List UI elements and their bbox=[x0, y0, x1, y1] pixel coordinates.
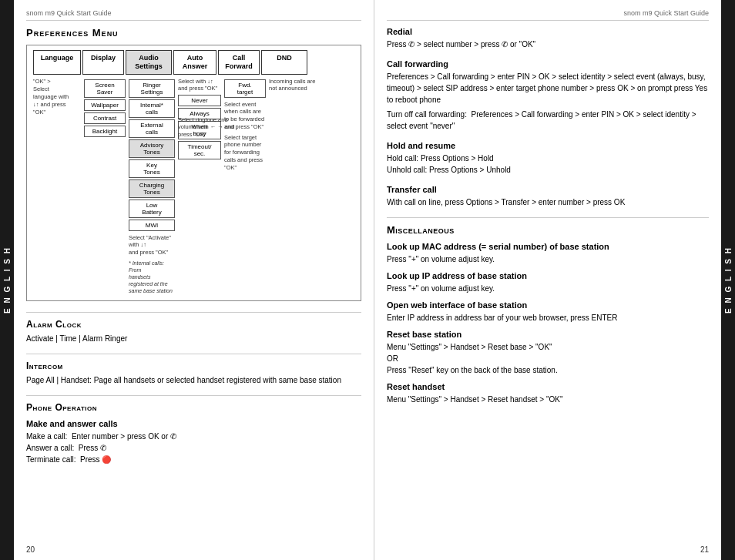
audio-charging: ChargingTones bbox=[129, 179, 175, 198]
divider-3 bbox=[26, 395, 361, 396]
activate-note: Select "Activate" with ↓↑and press "OK" bbox=[129, 234, 175, 257]
misc-web-text: Enter IP address in address bar of your … bbox=[387, 312, 709, 324]
hold-section: Hold and resume Hold call: Press Options… bbox=[387, 141, 709, 176]
alarm-section: Alarm Clock Activate | Time | Alarm Ring… bbox=[26, 319, 361, 344]
divider-1 bbox=[26, 312, 361, 313]
preferences-title: Preferences Menu bbox=[26, 27, 361, 39]
misc-reset-base-line1: Menu "Settings" > Handset > Reset base >… bbox=[387, 341, 709, 353]
misc-title: Miscellaneous bbox=[387, 224, 709, 236]
left-footer: 20 bbox=[26, 545, 35, 554]
phone-section: Phone Operation Make and answer calls Ma… bbox=[26, 402, 361, 465]
preferences-section: Preferences Menu Language Display AudioS… bbox=[26, 27, 361, 301]
call-items: Fwd.target bbox=[224, 79, 266, 98]
misc-reset-base-heading: Reset base station bbox=[387, 330, 709, 339]
call-fwd-target: Fwd.target bbox=[224, 79, 266, 98]
misc-reset-base-or: OR bbox=[387, 353, 709, 364]
alarm-title: Alarm Clock bbox=[26, 319, 361, 330]
right-side-tab-text: E N G L I S H bbox=[724, 246, 733, 314]
phone-answer-call: Answer a call: Press ✆ bbox=[26, 442, 361, 454]
display-backlight: Backlight bbox=[84, 126, 126, 137]
left-page-header: snom m9 Quick Start Guide bbox=[26, 9, 361, 21]
phone-terminate-call: Terminate call: Press 🔴 bbox=[26, 454, 361, 465]
left-page: snom m9 Quick Start Guide Preferences Me… bbox=[14, 0, 374, 560]
redial-heading: Redial bbox=[387, 27, 709, 36]
divider-2 bbox=[26, 354, 361, 354]
display-contrast: Contrast bbox=[84, 112, 126, 124]
misc-ip-text: Press "+" on volume adjust key. bbox=[387, 283, 709, 294]
audio-key: KeyTones bbox=[129, 159, 175, 178]
audio-column: RingerSettings Internal*calls Externalca… bbox=[129, 78, 175, 295]
dnd-note: Incoming calls are not announced bbox=[269, 78, 323, 93]
redial-text: Press ✆ > select number > press ✆ or "OK… bbox=[387, 39, 709, 50]
misc-web-heading: Open web interface of base station bbox=[387, 300, 709, 310]
right-side-tab: E N G L I S H bbox=[721, 0, 735, 560]
transfer-heading: Transfer call bbox=[387, 185, 709, 194]
right-page: snom m9 Quick Start Guide Redial Press ✆… bbox=[374, 0, 721, 560]
preferences-diagram: Language Display AudioSettings AutoAnswe… bbox=[26, 45, 361, 301]
menu-audio: AudioSettings bbox=[126, 50, 172, 75]
audio-items: RingerSettings Internal*calls Externalca… bbox=[129, 79, 175, 231]
misc-mac-text: Press "+" on volume adjust key. bbox=[387, 253, 709, 265]
right-footer: 21 bbox=[700, 545, 709, 554]
internal-note: * Internal calls: Fromhandsets registere… bbox=[129, 260, 175, 294]
auto-never: Never bbox=[178, 95, 221, 106]
audio-mwi: MWI bbox=[129, 220, 175, 231]
transfer-text: With call on line, press Options > Trans… bbox=[387, 196, 709, 208]
menu-call: CallForward bbox=[218, 50, 260, 75]
auto-timeout: Timeout/sec. bbox=[178, 141, 221, 159]
side-tab-text: E N G L I S H bbox=[3, 246, 12, 314]
menu-dnd: DND bbox=[261, 50, 307, 75]
call-forwarding-heading: Call forwarding bbox=[387, 59, 709, 69]
misc-reset-base-line2: Press "Reset" key on the back of the bas… bbox=[387, 364, 709, 376]
misc-mac-heading: Look up MAC address (= serial number) of… bbox=[387, 242, 709, 251]
auto-note: Select with ↓↑ and press "OK" bbox=[178, 78, 221, 93]
call-note2: Select target phone number for forwardin… bbox=[224, 134, 266, 172]
phone-calls-heading: Make and answer calls bbox=[26, 419, 361, 428]
phone-make-call: Make a call: Enter number > press OK or … bbox=[26, 431, 361, 442]
intercom-section: Intercom Page All | Handset: Page all ha… bbox=[26, 360, 361, 386]
misc-ip-heading: Look up IP address of base station bbox=[387, 271, 709, 280]
right-divider bbox=[387, 217, 709, 218]
call-forwarding-para1: Preferences > Call forwarding > enter PI… bbox=[387, 71, 709, 106]
audio-advisory: AdvisoryTones bbox=[129, 139, 175, 158]
audio-ringer: RingerSettings bbox=[129, 79, 175, 98]
hold-heading: Hold and resume bbox=[387, 141, 709, 150]
menu-lang: Language bbox=[33, 50, 81, 75]
dnd-column: Incoming calls are not announced bbox=[269, 78, 323, 93]
lang-note: "OK" >Selectlanguage with↓↑ and press"OK… bbox=[33, 78, 81, 117]
intercom-text: Page All | Handset: Page all handsets or… bbox=[26, 374, 361, 386]
menu-auto: AutoAnswer bbox=[173, 50, 216, 75]
misc-reset-handset-heading: Reset handset bbox=[387, 382, 709, 391]
call-forwarding-para2: Turn off call forwarding: Preferences > … bbox=[387, 109, 709, 132]
hold-line1: Hold call: Press Options > Hold bbox=[387, 153, 709, 164]
phone-title: Phone Operation bbox=[26, 402, 361, 413]
transfer-section: Transfer call With call on line, press O… bbox=[387, 185, 709, 208]
display-screensaver: ScreenSaver bbox=[84, 79, 126, 98]
main-content: snom m9 Quick Start Guide Preferences Me… bbox=[14, 0, 721, 560]
audio-internal: Internal*calls bbox=[129, 99, 175, 118]
audio-external: Externalcalls bbox=[129, 119, 175, 138]
right-page-header: snom m9 Quick Start Guide bbox=[387, 9, 709, 21]
misc-section: Miscellaneous Look up MAC address (= ser… bbox=[387, 224, 709, 405]
intercom-title: Intercom bbox=[26, 360, 361, 371]
call-forwarding-section: Call forwarding Preferences > Call forwa… bbox=[387, 59, 709, 132]
misc-reset-handset-text: Menu "Settings" > Handset > Reset handse… bbox=[387, 394, 709, 405]
menu-display: Display bbox=[82, 50, 124, 75]
menu-header-row: Language Display AudioSettings AutoAnswe… bbox=[33, 50, 354, 75]
ringtone-note: Select ringtone and volume with ← → and … bbox=[178, 116, 240, 139]
display-column: ScreenSaver Wallpaper Contrast Backlight bbox=[84, 78, 126, 137]
hold-line2: Unhold call: Press Options > Unhold bbox=[387, 164, 709, 176]
display-wallpaper: Wallpaper bbox=[84, 99, 126, 111]
audio-lowbat: LowBattery bbox=[129, 200, 175, 218]
redial-section: Redial Press ✆ > select number > press ✆… bbox=[387, 27, 709, 50]
left-side-tab: E N G L I S H bbox=[0, 0, 14, 560]
alarm-text: Activate | Time | Alarm Ringer bbox=[26, 333, 361, 344]
display-items: ScreenSaver Wallpaper Contrast Backlight bbox=[84, 79, 126, 137]
lang-column: "OK" >Selectlanguage with↓↑ and press"OK… bbox=[33, 78, 81, 117]
